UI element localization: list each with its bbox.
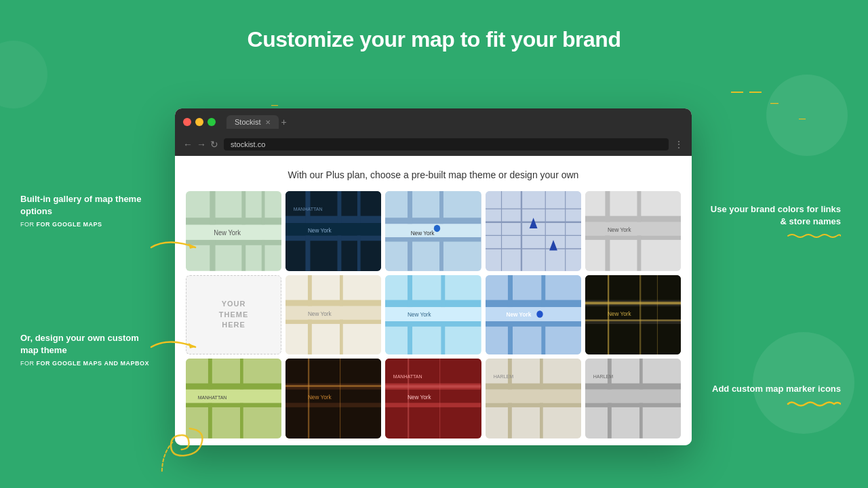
svg-rect-105 <box>585 403 681 408</box>
svg-rect-62 <box>486 307 581 321</box>
svg-rect-88 <box>385 359 481 439</box>
new-tab-icon[interactable]: + <box>281 117 287 127</box>
svg-rect-59 <box>486 321 581 327</box>
svg-text:New York: New York <box>506 311 531 319</box>
map-thumb-8[interactable]: New York <box>385 275 481 355</box>
svg-rect-41 <box>585 222 681 236</box>
svg-rect-52 <box>385 321 481 327</box>
tab-bar: Stockist ✕ + <box>226 115 684 129</box>
map-thumb-10[interactable]: New York <box>585 275 681 355</box>
deco-dashes-top2: — <box>770 98 780 108</box>
annotation-left-1-sub: FOR FOR GOOGLE MAPS <box>20 220 142 229</box>
traffic-light-yellow[interactable] <box>195 118 203 126</box>
content-subtitle: With our Plus plan, choose a pre-built m… <box>186 169 681 180</box>
map-thumb-5[interactable]: New York <box>585 191 681 271</box>
forward-button[interactable]: → <box>197 139 206 150</box>
url-text: stockist.co <box>231 140 265 148</box>
svg-text:HARLEM: HARLEM <box>493 373 513 380</box>
browser-window: Stockist ✕ + ← → ↻ stockist.co ⋮ With ou… <box>175 108 692 445</box>
tab-close-icon[interactable]: ✕ <box>265 119 271 126</box>
map-thumb-7[interactable]: New York <box>285 275 381 355</box>
svg-rect-83 <box>285 386 381 388</box>
tab-title: Stockist <box>235 118 261 126</box>
map-thumb-9[interactable]: New York <box>486 275 581 355</box>
annotation-left-1-text: Built-in gallery of map theme options <box>20 194 141 216</box>
arrow-to-gallery <box>148 234 202 266</box>
svg-rect-45 <box>285 319 381 324</box>
page-title: Customize your map to fit your brand <box>0 0 868 52</box>
svg-rect-51 <box>385 300 481 306</box>
svg-text:New York: New York <box>608 310 631 317</box>
svg-rect-75 <box>186 384 281 390</box>
map-thumb-3[interactable]: New York <box>385 191 481 271</box>
annotation-right-1-text: Use your brand colors for links & store … <box>711 204 841 226</box>
svg-point-23 <box>434 225 440 232</box>
svg-rect-44 <box>285 300 381 306</box>
traffic-light-green[interactable] <box>208 118 216 126</box>
browser-chrome: Stockist ✕ + <box>175 108 692 136</box>
svg-rect-37 <box>585 216 681 222</box>
arrow-to-custom <box>148 333 202 365</box>
deco-circle-top-right <box>766 75 848 156</box>
refresh-button[interactable]: ↻ <box>210 139 218 150</box>
svg-text:New York: New York <box>214 229 241 237</box>
svg-rect-19 <box>385 237 481 242</box>
svg-rect-25 <box>486 191 581 271</box>
svg-rect-98 <box>486 403 581 408</box>
map-thumb-13[interactable]: MANHATTAN New York <box>385 359 481 439</box>
svg-rect-69 <box>585 319 681 321</box>
svg-rect-104 <box>585 384 681 390</box>
svg-rect-1 <box>186 218 281 224</box>
svg-rect-97 <box>486 384 581 390</box>
map-thumb-4[interactable] <box>486 191 581 271</box>
annotation-left-1: Built-in gallery of map theme options FO… <box>20 193 142 229</box>
svg-text:MANHATTAN: MANHATTAN <box>198 394 227 401</box>
svg-text:HARLEM: HARLEM <box>593 373 613 380</box>
map-thumb-2[interactable]: New York MANHATTAN <box>285 191 381 271</box>
svg-text:MANHATTAN: MANHATTAN <box>294 205 323 211</box>
svg-text:New York: New York <box>408 394 431 401</box>
svg-rect-9 <box>285 216 381 223</box>
address-bar: ← → ↻ stockist.co ⋮ <box>175 136 692 156</box>
svg-point-64 <box>536 310 542 317</box>
svg-rect-67 <box>585 302 681 304</box>
svg-rect-10 <box>285 235 381 241</box>
map-grid: New York New York MANHATTAN <box>186 191 681 439</box>
deco-dashes-top3: — <box>799 115 807 123</box>
nav-buttons: ← → ↻ <box>183 139 218 150</box>
svg-rect-93 <box>439 359 440 439</box>
annotation-left-2-sub: FOR FOR GOOGLE MAPS AND MAPBOX <box>20 359 156 368</box>
svg-rect-38 <box>585 235 681 240</box>
browser-content: With our Plus plan, choose a pre-built m… <box>175 156 692 445</box>
map-thumb-12[interactable]: New York <box>285 359 381 439</box>
svg-text:New York: New York <box>411 230 435 237</box>
url-bar[interactable]: stockist.co <box>224 138 669 150</box>
traffic-light-red[interactable] <box>183 118 191 126</box>
svg-marker-110 <box>189 243 195 249</box>
browser-menu-icon[interactable]: ⋮ <box>674 139 684 150</box>
browser-tab[interactable]: Stockist ✕ <box>226 115 279 129</box>
map-thumb-15[interactable]: HARLEM <box>585 359 681 439</box>
svg-rect-18 <box>385 218 481 224</box>
annotation-right-2: Add custom map marker icons <box>712 383 841 409</box>
svg-text:New York: New York <box>308 310 332 317</box>
svg-rect-108 <box>585 390 681 403</box>
back-button[interactable]: ← <box>183 139 193 150</box>
map-thumb-14[interactable]: HARLEM <box>486 359 581 439</box>
deco-dashes-top: — — <box>731 85 763 99</box>
svg-rect-76 <box>186 403 281 408</box>
svg-rect-55 <box>385 307 481 321</box>
svg-rect-65 <box>585 275 681 355</box>
svg-rect-81 <box>285 359 381 439</box>
svg-rect-91 <box>385 403 481 408</box>
svg-text:MANHATTAN: MANHATTAN <box>393 373 422 380</box>
svg-text:New York: New York <box>608 226 631 234</box>
annotation-left-2: Or, design your own custom map theme FOR… <box>20 332 156 368</box>
annotation-right-1: Use your brand colors for links & store … <box>705 203 841 240</box>
svg-rect-84 <box>285 403 381 408</box>
svg-text:New York: New York <box>308 394 332 401</box>
svg-rect-72 <box>657 275 658 355</box>
svg-rect-14 <box>285 223 381 235</box>
svg-rect-86 <box>340 359 340 439</box>
svg-text:New York: New York <box>408 311 431 319</box>
